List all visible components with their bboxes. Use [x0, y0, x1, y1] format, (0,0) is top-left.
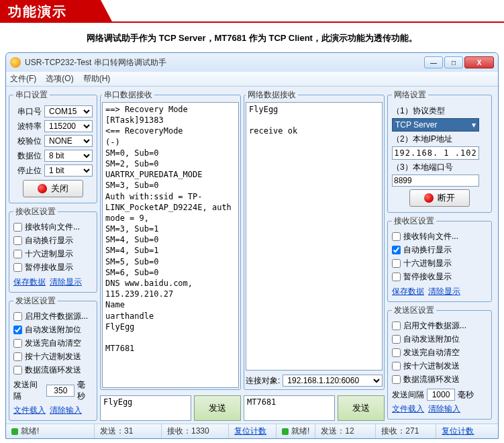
- reset-count-left[interactable]: 复位计数: [234, 426, 266, 437]
- interval-input-right[interactable]: [427, 389, 455, 401]
- parity-select[interactable]: NONE: [44, 135, 93, 147]
- serial-rx-legend: 串口数据接收: [102, 89, 154, 101]
- net-send-input[interactable]: MT7681: [244, 395, 335, 421]
- app-icon: [10, 57, 21, 68]
- tx2-auto-clear[interactable]: 发送完自动清空: [392, 346, 487, 359]
- menu-options[interactable]: 选项(O): [46, 73, 73, 85]
- rx-hex[interactable]: 十六进制显示: [13, 247, 93, 260]
- rx-auto-wrap[interactable]: 自动换行显示: [13, 234, 93, 247]
- tx2-hex[interactable]: 按十六进制发送: [392, 359, 487, 373]
- file-load-link-r[interactable]: 文件载入: [392, 404, 424, 413]
- page-subtitle: 网络调试助手作为 TCP Server，MT7681 作为 TCP Client…: [0, 23, 504, 50]
- rx2-auto-wrap[interactable]: 自动换行显示: [392, 243, 487, 256]
- net-rx-panel: 网络数据接收 FlyEgg receive ok 连接对象: 192.168.1…: [244, 89, 385, 390]
- baud-label: 波特率: [13, 121, 42, 132]
- conn-label: 连接对象:: [246, 375, 280, 387]
- stop-label: 停止位: [13, 165, 42, 177]
- rx-count-right: 接收：271: [381, 426, 419, 437]
- file-load-link[interactable]: 文件载入: [13, 405, 46, 415]
- rx-pause[interactable]: 暂停接收显示: [13, 260, 93, 274]
- net-rx-legend: 网络数据接收: [246, 89, 298, 101]
- minimize-button[interactable]: —: [424, 56, 443, 68]
- status-dot-icon: [424, 193, 434, 203]
- tx-settings-left: 发送区设置 启用文件数据源... 自动发送附加位 发送完自动清空 按十六进制发送…: [9, 295, 97, 421]
- port-label: 串口号: [13, 106, 42, 117]
- ready-text: 就绪!: [21, 426, 39, 437]
- rx2-pause[interactable]: 暂停接收显示: [392, 270, 487, 283]
- clear-display-link-r[interactable]: 清除显示: [428, 287, 460, 296]
- conn-select[interactable]: 192.168.1.120:6060: [283, 375, 383, 387]
- menu-help[interactable]: 帮助(H): [83, 73, 111, 85]
- menu-file[interactable]: 文件(F): [10, 73, 36, 85]
- baud-select[interactable]: 115200: [44, 120, 93, 132]
- data-label: 数据位: [13, 150, 42, 162]
- tx2-auto-append[interactable]: 自动发送附加位: [392, 332, 487, 346]
- save-data-link-r[interactable]: 保存数据: [392, 287, 424, 296]
- tx-count-left: 发送：31: [100, 426, 133, 437]
- tx-auto-clear[interactable]: 发送完自动清空: [13, 336, 93, 350]
- tx2-file-src[interactable]: 启用文件数据源...: [392, 319, 487, 332]
- maximize-button[interactable]: □: [444, 56, 463, 68]
- proto-label: （1）协议类型: [392, 105, 487, 117]
- app-window: USR-TCP232-Test 串口转网络调试助手 — □ X 文件(F) 选项…: [5, 52, 499, 439]
- clear-input-link-r[interactable]: 清除输入: [428, 404, 460, 413]
- tx-auto-append[interactable]: 自动发送附加位: [13, 323, 93, 336]
- interval-label: 发送间隔: [13, 379, 44, 402]
- ready-icon: [282, 428, 289, 435]
- data-select[interactable]: 8 bit: [44, 150, 93, 162]
- port-select[interactable]: COM15: [44, 105, 93, 117]
- ready-icon: [11, 428, 18, 435]
- serial-legend: 串口设置: [13, 89, 50, 101]
- menubar: 文件(F) 选项(O) 帮助(H): [6, 72, 498, 87]
- serial-send-button[interactable]: 发送: [194, 395, 241, 421]
- interval-input-left[interactable]: [46, 385, 74, 397]
- rx-legend: 接收区设置: [13, 206, 58, 217]
- serial-close-button[interactable]: 关闭: [23, 180, 83, 197]
- clear-input-link[interactable]: 清除输入: [50, 405, 82, 415]
- status-dot-icon: [38, 184, 47, 193]
- tx-file-src[interactable]: 启用文件数据源...: [13, 309, 93, 323]
- disconnect-button[interactable]: 断开: [409, 189, 470, 207]
- proto-select[interactable]: TCP Server▾: [392, 118, 479, 132]
- tx-hex[interactable]: 按十六进制发送: [13, 350, 93, 363]
- titlebar[interactable]: USR-TCP232-Test 串口转网络调试助手 — □ X: [6, 53, 498, 72]
- tx-count-right: 发送：12: [321, 426, 354, 437]
- statusbar: 就绪! 发送：31 接收：1330 复位计数 就绪! 发送：12 接收：271 …: [6, 424, 498, 438]
- rx-settings-left: 接收区设置 接收转向文件... 自动换行显示 十六进制显示 暂停接收显示 保存数…: [9, 206, 97, 293]
- port-net-label: （3）本地端口号: [392, 162, 487, 173]
- serial-settings: 串口设置 串口号COM15 波特率115200 校验位NONE 数据位8 bit…: [9, 89, 97, 203]
- chevron-down-icon: ▾: [472, 120, 476, 130]
- rx2-hex[interactable]: 十六进制显示: [392, 256, 487, 270]
- net-send-button[interactable]: 发送: [338, 395, 385, 421]
- tx-settings-right: 发送区设置 启用文件数据源... 自动发送附加位 发送完自动清空 按十六进制发送…: [387, 305, 492, 420]
- rx2-to-file[interactable]: 接收转向文件...: [392, 230, 487, 243]
- net-settings: 网络设置 （1）协议类型 TCP Server▾ （2）本地IP地址 192.1…: [387, 89, 492, 213]
- parity-label: 校验位: [13, 136, 42, 147]
- rx-settings-right: 接收区设置 接收转向文件... 自动换行显示 十六进制显示 暂停接收显示 保存数…: [387, 215, 492, 302]
- rx-count-left: 接收：1330: [167, 426, 209, 437]
- tx2-loop[interactable]: 数据流循环发送: [392, 373, 487, 386]
- clear-display-link[interactable]: 清除显示: [50, 277, 82, 287]
- reset-count-right[interactable]: 复位计数: [442, 426, 474, 437]
- window-title: USR-TCP232-Test 串口转网络调试助手: [25, 57, 420, 68]
- net-legend: 网络设置: [392, 89, 428, 101]
- serial-send-input[interactable]: FlyEgg: [100, 395, 191, 421]
- tx-legend: 发送区设置: [13, 295, 58, 307]
- serial-rx-panel: 串口数据接收 ==> Recovery Mode [RTask]91383 <=…: [100, 89, 241, 390]
- save-data-link[interactable]: 保存数据: [13, 277, 46, 287]
- ip-input[interactable]: 192.168. 1 .102: [392, 146, 479, 160]
- close-button[interactable]: X: [464, 56, 494, 68]
- serial-rx-text[interactable]: ==> Recovery Mode [RTask]91383 <== Recov…: [102, 102, 239, 388]
- port-input[interactable]: [392, 175, 479, 187]
- rx-to-file[interactable]: 接收转向文件...: [13, 220, 93, 234]
- net-rx-text[interactable]: FlyEgg receive ok: [246, 102, 383, 371]
- tx-loop[interactable]: 数据流循环发送: [13, 363, 93, 377]
- ip-label: （2）本地IP地址: [392, 134, 487, 145]
- stop-select[interactable]: 1 bit: [44, 164, 93, 177]
- banner-title: 功能演示: [0, 3, 67, 21]
- page-banner: 功能演示: [0, 0, 504, 23]
